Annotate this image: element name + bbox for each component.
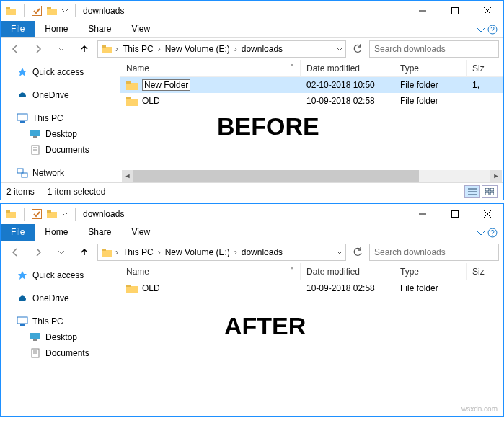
nav-recent-dropdown[interactable] bbox=[51, 244, 71, 261]
horizontal-scrollbar[interactable]: ◄ ► bbox=[120, 169, 503, 182]
file-name[interactable]: New Folder bbox=[142, 79, 190, 91]
folder-icon bbox=[100, 246, 114, 258]
nav-up[interactable] bbox=[74, 40, 94, 58]
tab-share[interactable]: Share bbox=[78, 21, 121, 37]
app-icon bbox=[5, 5, 17, 17]
search-box[interactable] bbox=[369, 40, 499, 58]
crumb-volume[interactable]: New Volume (E:) bbox=[162, 44, 233, 54]
minimize-button[interactable] bbox=[406, 1, 438, 21]
column-date[interactable]: Date modified bbox=[301, 263, 394, 280]
sidebar-label: This PC bbox=[32, 113, 63, 123]
column-type[interactable]: Type bbox=[394, 263, 467, 280]
crumb-downloads[interactable]: downloads bbox=[239, 247, 286, 257]
column-name[interactable]: Name˄ bbox=[120, 60, 301, 76]
crumb-this-pc[interactable]: This PC bbox=[120, 44, 156, 54]
tab-file[interactable]: File bbox=[1, 224, 35, 241]
refresh-button[interactable] bbox=[349, 244, 366, 261]
tab-share[interactable]: Share bbox=[78, 224, 121, 241]
file-rows: OLD 10-09-2018 02:58 File folder bbox=[120, 280, 503, 414]
scroll-thumb[interactable] bbox=[133, 170, 419, 182]
nav-up[interactable] bbox=[74, 244, 94, 261]
svg-rect-44 bbox=[102, 250, 112, 257]
help-icon[interactable]: ? bbox=[487, 228, 498, 238]
view-icons-button[interactable] bbox=[482, 185, 498, 198]
file-pane: Name˄ Date modified Type Siz OLD 10-09-2… bbox=[120, 263, 503, 414]
refresh-button[interactable] bbox=[349, 40, 366, 58]
tab-home[interactable]: Home bbox=[35, 21, 78, 37]
column-size[interactable]: Siz bbox=[467, 60, 503, 76]
file-name: OLD bbox=[142, 283, 160, 293]
sidebar-item-network[interactable]: Network bbox=[1, 165, 120, 181]
column-date[interactable]: Date modified bbox=[301, 60, 394, 76]
svg-rect-21 bbox=[22, 173, 27, 177]
sidebar-item-onedrive[interactable]: OneDrive bbox=[1, 87, 120, 103]
qat-dropdown-icon[interactable] bbox=[62, 5, 68, 17]
qat-separator bbox=[75, 208, 76, 221]
file-row[interactable]: New Folder 02-10-2018 10:50 File folder … bbox=[120, 77, 503, 93]
qat-checkbox-icon[interactable] bbox=[32, 6, 42, 16]
chevron-right-icon[interactable]: › bbox=[156, 247, 162, 257]
help-icon[interactable]: ? bbox=[487, 25, 498, 35]
tab-file[interactable]: File bbox=[1, 21, 35, 37]
qat-folder-icon[interactable] bbox=[46, 208, 58, 220]
app-icon bbox=[5, 208, 17, 220]
file-row[interactable]: OLD 10-09-2018 02:58 File folder bbox=[120, 280, 503, 296]
nav-back[interactable] bbox=[5, 244, 25, 261]
chevron-right-icon[interactable]: › bbox=[114, 44, 120, 54]
sidebar-item-quick-access[interactable]: Quick access bbox=[1, 267, 120, 283]
close-button[interactable] bbox=[471, 1, 503, 21]
nav-forward[interactable] bbox=[28, 40, 48, 58]
file-row[interactable]: OLD 10-09-2018 02:58 File folder bbox=[120, 93, 503, 109]
ribbon-expand[interactable]: ? bbox=[472, 224, 503, 241]
explorer-window-after: AFTER downloads File Home Share View ? bbox=[0, 203, 504, 417]
crumb-this-pc[interactable]: This PC bbox=[120, 247, 156, 257]
scroll-right-button[interactable]: ► bbox=[490, 170, 502, 182]
tab-home[interactable]: Home bbox=[35, 224, 78, 241]
breadcrumb-dropdown-icon[interactable] bbox=[337, 46, 342, 52]
tab-view[interactable]: View bbox=[121, 224, 160, 241]
nav-recent-dropdown[interactable] bbox=[51, 40, 71, 58]
column-size[interactable]: Siz bbox=[467, 263, 503, 280]
breadcrumb-dropdown-icon[interactable] bbox=[337, 249, 342, 255]
sidebar-item-documents[interactable]: Documents bbox=[1, 142, 120, 158]
scroll-left-button[interactable]: ◄ bbox=[122, 170, 133, 182]
column-type[interactable]: Type bbox=[394, 60, 467, 76]
svg-rect-20 bbox=[17, 169, 23, 173]
chevron-right-icon[interactable]: › bbox=[156, 44, 162, 54]
crumb-downloads[interactable]: downloads bbox=[239, 44, 286, 54]
sidebar-label: Desktop bbox=[45, 332, 77, 342]
sidebar-item-desktop[interactable]: Desktop bbox=[1, 126, 120, 142]
sidebar-item-onedrive[interactable]: OneDrive bbox=[1, 290, 120, 306]
sidebar-item-this-pc[interactable]: This PC bbox=[1, 110, 120, 126]
file-date: 10-09-2018 02:58 bbox=[301, 96, 394, 106]
search-input[interactable] bbox=[374, 44, 494, 54]
tab-view[interactable]: View bbox=[121, 21, 160, 37]
sidebar-item-desktop[interactable]: Desktop bbox=[1, 329, 120, 345]
chevron-right-icon[interactable]: › bbox=[114, 247, 120, 257]
qat-checkbox-icon[interactable] bbox=[32, 209, 42, 219]
qat-folder-icon[interactable] bbox=[46, 5, 58, 17]
view-details-button[interactable] bbox=[464, 185, 480, 198]
qat-dropdown-icon[interactable] bbox=[62, 208, 68, 220]
chevron-right-icon[interactable]: › bbox=[233, 44, 239, 54]
svg-rect-46 bbox=[17, 317, 27, 324]
sidebar-item-quick-access[interactable]: Quick access bbox=[1, 64, 120, 80]
chevron-right-icon[interactable]: › bbox=[233, 247, 239, 257]
scroll-track[interactable] bbox=[133, 170, 490, 182]
sidebar-item-documents[interactable]: Documents bbox=[1, 345, 120, 361]
breadcrumb[interactable]: › This PC › New Volume (E:) › downloads bbox=[97, 244, 346, 261]
maximize-button[interactable] bbox=[438, 1, 471, 21]
close-button[interactable] bbox=[471, 204, 503, 224]
search-input[interactable] bbox=[374, 247, 494, 257]
nav-back[interactable] bbox=[5, 40, 25, 58]
ribbon-expand[interactable]: ? bbox=[472, 21, 503, 37]
minimize-button[interactable] bbox=[406, 204, 438, 224]
file-pane: Name˄ Date modified Type Siz New Folder … bbox=[120, 60, 503, 182]
nav-forward[interactable] bbox=[28, 244, 48, 261]
crumb-volume[interactable]: New Volume (E:) bbox=[162, 247, 233, 257]
maximize-button[interactable] bbox=[438, 204, 471, 224]
search-box[interactable] bbox=[369, 244, 499, 261]
breadcrumb[interactable]: › This PC › New Volume (E:) › downloads bbox=[97, 40, 346, 58]
sidebar-item-this-pc[interactable]: This PC bbox=[1, 313, 120, 329]
column-name[interactable]: Name˄ bbox=[120, 263, 301, 280]
